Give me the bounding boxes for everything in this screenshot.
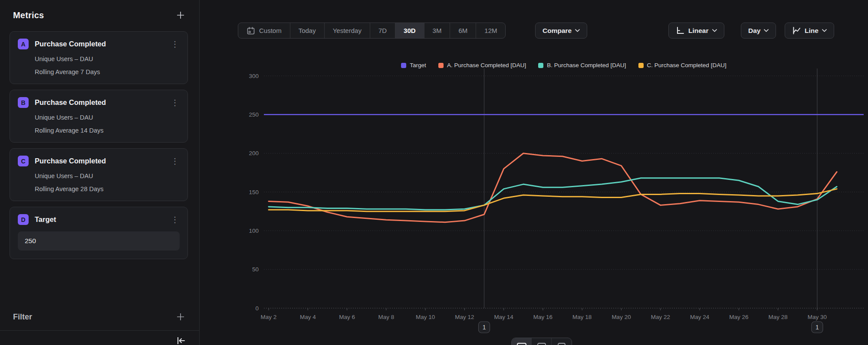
- x-axis-label: May 24: [690, 314, 710, 320]
- metric-card-header: CPurchase Completed⋮: [18, 156, 180, 166]
- date-range-custom[interactable]: Custom: [238, 23, 290, 38]
- date-range-3m[interactable]: 3M: [424, 23, 450, 38]
- scale-selector-button[interactable]: Linear: [668, 23, 724, 39]
- x-axis-label: May 2: [261, 314, 277, 320]
- annotation-badge-label: 1: [483, 324, 486, 331]
- metric-measure: Unique Users – DAU: [35, 172, 180, 179]
- x-axis-label: May 28: [768, 314, 787, 320]
- date-range-today[interactable]: Today: [290, 23, 325, 38]
- sidebar-title: Metrics: [13, 10, 44, 20]
- view-toggle-table-icon: [536, 342, 547, 345]
- chart-view-toggle: [511, 338, 572, 345]
- filter-label: Filter: [13, 312, 32, 322]
- metric-rolling-average: Rolling Average 7 Days: [35, 68, 180, 75]
- chevron-down-icon: [764, 29, 769, 32]
- collapse-sidebar-button[interactable]: [175, 336, 187, 345]
- metric-rolling-average: Rolling Average 14 Days: [35, 127, 180, 134]
- x-axis-label: May 6: [339, 314, 355, 320]
- metric-badge: D: [18, 214, 29, 225]
- metric-card-d[interactable]: DTarget⋮: [10, 207, 188, 259]
- metric-title: Purchase Completed: [35, 98, 164, 107]
- metric-card-a[interactable]: APurchase Completed⋮Unique Users – DAURo…: [10, 31, 188, 84]
- view-toggle-chart[interactable]: [512, 338, 532, 345]
- date-range-7d[interactable]: 7D: [370, 23, 395, 38]
- metric-measure: Unique Users – DAU: [35, 55, 180, 62]
- interval-selector-button[interactable]: Day: [741, 23, 776, 39]
- metric-badge: B: [18, 97, 29, 108]
- kebab-icon: ⋮: [171, 215, 179, 224]
- date-range-label: Custom: [259, 27, 282, 34]
- y-axis-label: 100: [249, 228, 259, 234]
- metric-badge: C: [18, 156, 29, 166]
- target-value-input[interactable]: [18, 231, 180, 251]
- chart-type-label: Line: [805, 27, 819, 35]
- metric-badge: A: [18, 39, 29, 49]
- metric-card-header: DTarget⋮: [18, 214, 180, 225]
- y-axis-label: 0: [255, 305, 259, 312]
- chart-type-button[interactable]: Line: [785, 23, 834, 39]
- y-axis-label: 250: [249, 111, 259, 118]
- metrics-sidebar: Metrics APurchase Completed⋮Unique Users…: [0, 0, 200, 345]
- metric-card-c[interactable]: CPurchase Completed⋮Unique Users – DAURo…: [10, 148, 188, 201]
- kebab-icon: ⋮: [171, 157, 179, 166]
- metric-card-b[interactable]: BPurchase Completed⋮Unique Users – DAURo…: [10, 90, 188, 143]
- metric-rolling-average: Rolling Average 28 Days: [35, 186, 180, 192]
- linear-axis-icon: [676, 26, 685, 35]
- view-toggle-both-icon: [556, 342, 567, 345]
- view-toggle-table[interactable]: [532, 338, 552, 345]
- filter-section: Filter: [0, 307, 199, 330]
- metric-options-button[interactable]: ⋮: [170, 217, 180, 223]
- metric-title: Purchase Completed: [35, 40, 164, 48]
- sidebar-footer: [0, 330, 199, 345]
- y-axis-label: 200: [249, 150, 259, 156]
- metric-title: Purchase Completed: [35, 157, 164, 165]
- add-metric-button[interactable]: [175, 10, 186, 21]
- compare-label: Compare: [542, 27, 572, 35]
- date-range-label: Today: [299, 27, 316, 34]
- collapse-left-icon: [176, 335, 186, 345]
- metric-options-button[interactable]: ⋮: [170, 41, 180, 47]
- metric-title: Target: [35, 215, 164, 224]
- metric-card-header: APurchase Completed⋮: [18, 39, 180, 49]
- x-axis-label: May 14: [494, 314, 514, 320]
- metric-measure: Unique Users – DAU: [35, 114, 180, 121]
- x-axis-label: May 8: [378, 314, 394, 320]
- date-range-30d[interactable]: 30D: [395, 23, 424, 38]
- annotation-badge-label: 1: [815, 324, 819, 331]
- date-range-label: 30D: [404, 27, 416, 34]
- kebab-icon: ⋮: [171, 98, 179, 107]
- annotation-badge-may-30[interactable]: 1: [812, 322, 823, 333]
- date-range-yesterday[interactable]: Yesterday: [325, 23, 370, 38]
- x-axis-label: May 16: [533, 314, 552, 320]
- sidebar-header: Metrics: [0, 0, 199, 31]
- chevron-down-icon: [822, 29, 827, 32]
- chevron-down-icon: [712, 29, 717, 32]
- date-range-label: 7D: [378, 27, 387, 34]
- series-line-b: [269, 178, 837, 210]
- x-axis-label: May 18: [572, 314, 592, 320]
- date-range-label: 6M: [458, 27, 467, 34]
- y-axis-label: 50: [252, 266, 259, 273]
- x-axis-label: May 12: [455, 314, 474, 320]
- chevron-down-icon: [575, 29, 580, 32]
- calendar-icon: [247, 26, 255, 35]
- scale-label: Linear: [688, 27, 709, 35]
- add-filter-button[interactable]: [175, 311, 186, 322]
- line-chart-icon: [792, 26, 801, 35]
- annotation-badge-may-13[interactable]: 1: [479, 322, 490, 333]
- view-toggle-both[interactable]: [552, 338, 572, 345]
- metric-options-button[interactable]: ⋮: [170, 100, 180, 106]
- date-range-12m[interactable]: 12M: [476, 23, 505, 38]
- date-range-6m[interactable]: 6M: [450, 23, 476, 38]
- line-chart[interactable]: 05010015020025030011May 2May 4May 6May 8…: [200, 56, 868, 345]
- chart-panel: CustomTodayYesterday7D30D3M6M12M Compare…: [200, 0, 868, 345]
- x-axis-label: May 4: [300, 314, 316, 320]
- x-axis-label: May 26: [729, 314, 748, 320]
- x-axis-label: May 22: [651, 314, 670, 320]
- metric-options-button[interactable]: ⋮: [170, 158, 180, 164]
- x-axis-label: May 20: [612, 314, 631, 320]
- date-range-label: 12M: [484, 27, 497, 34]
- compare-button[interactable]: Compare: [535, 23, 587, 39]
- interval-label: Day: [748, 27, 760, 35]
- plus-icon: [176, 312, 185, 322]
